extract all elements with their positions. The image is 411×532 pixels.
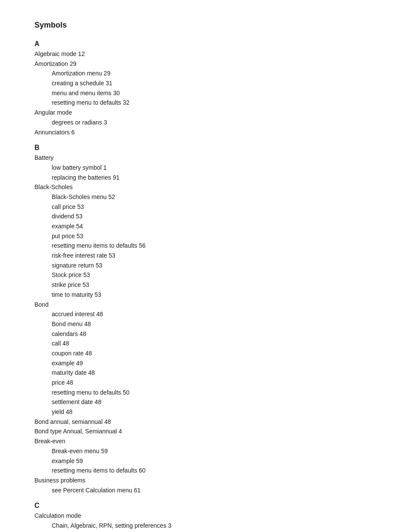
entry-menu-and-menu-items: menu and menu items 30 (52, 89, 377, 98)
entry-amortization: Amortization 29 (34, 59, 377, 69)
letter-a: A (34, 40, 377, 48)
entry-angular-mode: Angular mode (34, 108, 377, 118)
entry-bond: Bond (34, 300, 377, 310)
entry-annunciators: Annunciators 6 (34, 128, 377, 137)
entry-coupon-rate: coupon rate 48 (52, 349, 377, 358)
entry-maturity-date: maturity date 48 (52, 368, 377, 378)
section-b: B Battery low battery symbol 1 replacing… (34, 144, 377, 495)
entry-resetting-menu-items-be: resetting menu items to defaults 60 (52, 466, 377, 476)
entry-business-problems: Business problems (34, 476, 377, 485)
page-title: Symbols (34, 21, 377, 30)
entry-amortization-menu: Amortization menu 29 (52, 69, 377, 78)
entry-black-scholes-menu: Black-Scholes menu 52 (52, 193, 377, 202)
entry-degrees-radians: degrees or radians 3 (52, 118, 377, 128)
entry-example-be: example 59 (52, 457, 377, 466)
entry-black-scholes: Black-Scholes (34, 183, 377, 192)
entry-call-price: call price 53 (52, 202, 377, 212)
entry-time-to-maturity: time to maturity 53 (52, 290, 377, 300)
entry-break-even: Break-even (34, 437, 377, 446)
entry-resetting-menu-bond: resetting menu to defaults 50 (52, 388, 377, 398)
entry-example-bond: example 49 (52, 359, 377, 368)
letter-b: B (34, 144, 377, 152)
letter-c: C (34, 502, 377, 510)
entry-calculation-mode: Calculation mode (34, 511, 377, 521)
entry-price: price 48 (52, 378, 377, 388)
entry-replacing-batteries: replacing the batteries 91 (52, 173, 377, 183)
entry-signature-return: signature return 53 (52, 261, 377, 271)
entry-stock-price: Stock price 53 (52, 271, 377, 280)
entry-battery: Battery (34, 153, 377, 163)
entry-example-bs: example 54 (52, 222, 377, 231)
entry-see-percent-calc: see Percent Calculation menu 61 (52, 486, 377, 495)
entry-settlement-date: settlement date 48 (52, 398, 377, 407)
entry-break-even-menu: Break-even menu 59 (52, 447, 377, 456)
entry-accrued-interest: accrued interest 48 (52, 310, 377, 319)
entry-yield: yield 48 (52, 408, 377, 417)
entry-risk-free-interest: risk-free interest rate 53 (52, 251, 377, 261)
entry-algebraic-mode: Algebraic mode 12 (34, 50, 377, 59)
section-c: C Calculation mode Chain, Algebraic, RPN… (34, 502, 377, 532)
entry-chain-algebraic-rpn: Chain, Algebraic, RPN, setting preferenc… (52, 521, 377, 531)
entry-low-battery: low battery symbol 1 (52, 163, 377, 173)
entry-calendars: calendars 48 (52, 330, 377, 339)
entry-bond-type: Bond type Annual, Semiannual 4 (34, 427, 377, 436)
entry-dividend: dividend 53 (52, 212, 377, 221)
entry-put-price: put price 53 (52, 232, 377, 241)
entry-creating-schedule: creating a schedule 31 (52, 79, 377, 88)
section-a: A Algebraic mode 12 Amortization 29 Amor… (34, 40, 377, 137)
entry-strike-price: strike price 53 (52, 280, 377, 290)
entry-call: call 48 (52, 339, 377, 348)
entry-bond-menu: Bond menu 48 (52, 320, 377, 329)
entry-resetting-menu-items-bs: resetting menu items to defaults 56 (52, 241, 377, 251)
entry-bond-annual-semiannual: Bond annual, semiannual 48 (34, 417, 377, 427)
entry-resetting-menu-defaults-a: resetting menu to defaults 32 (52, 98, 377, 108)
